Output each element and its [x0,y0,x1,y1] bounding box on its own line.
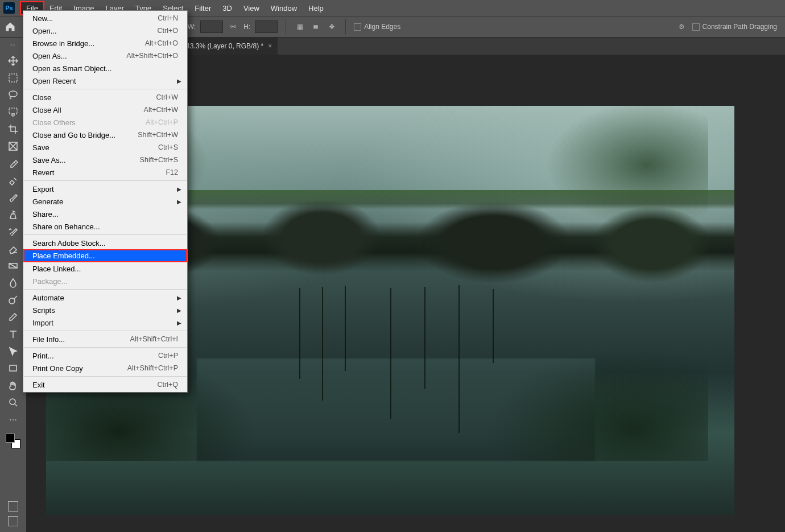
menu-filter[interactable]: Filter [189,2,217,15]
app-logo: Ps [3,2,15,14]
submenu-arrow-icon: ▶ [177,199,181,205]
submenu-arrow-icon: ▶ [177,320,181,326]
file-menu-dropdown: New...Ctrl+NOpen...Ctrl+OBrowse in Bridg… [23,10,188,393]
path-align-icon[interactable]: ≣ [310,21,321,32]
quick-select-tool[interactable] [5,104,22,121]
menu-item-revert[interactable]: RevertF12 [23,166,187,179]
menu-item-print[interactable]: Print...Ctrl+P [23,349,187,362]
menu-item-save-as[interactable]: Save As...Shift+Ctrl+S [23,154,187,166]
close-tab-icon[interactable]: × [268,42,272,50]
menu-item-search-adobe-stock[interactable]: Search Adobe Stock... [23,237,187,249]
submenu-arrow-icon: ▶ [177,307,181,314]
svg-rect-6 [10,365,16,371]
frame-tool[interactable] [5,138,22,155]
blur-tool[interactable] [5,274,22,291]
menu-item-share-on-behance[interactable]: Share on Behance... [23,220,187,233]
svg-point-7 [10,399,15,405]
menu-item-package: Package... [23,275,187,287]
menu-item-save[interactable]: SaveCtrl+S [23,141,187,154]
eraser-tool[interactable] [5,240,22,257]
zoom-tool[interactable] [5,394,22,411]
width-field[interactable] [200,20,223,33]
clone-tool[interactable] [5,206,22,223]
constrain-option[interactable]: Constrain Path Dragging [692,23,777,31]
menu-item-close-others: Close OthersAlt+Ctrl+P [23,116,187,129]
marquee-tool[interactable] [5,69,22,86]
menu-item-open-as-smart-object[interactable]: Open as Smart Object... [23,62,187,75]
menu-item-export[interactable]: Export▶ [23,183,187,195]
screen-mode-icon[interactable] [8,516,18,526]
submenu-arrow-icon: ▶ [177,78,181,84]
menu-separator [24,347,187,348]
h-label: H: [243,23,250,31]
separator [286,19,286,34]
type-tool[interactable] [5,325,22,343]
pen-tool[interactable] [5,308,22,325]
path-arrange-icon[interactable]: ❖ [326,21,337,32]
history-brush-tool[interactable] [5,223,22,240]
menu-item-close[interactable]: CloseCtrl+W [23,91,187,104]
foreground-background-swatch[interactable] [6,434,20,448]
move-tool[interactable] [5,52,22,69]
menu-item-browse-in-bridge[interactable]: Browse in Bridge...Alt+Ctrl+O [23,37,187,50]
menu-item-file-info[interactable]: File Info...Alt+Shift+Ctrl+I [23,333,187,345]
gear-icon[interactable]: ⚙ [676,21,688,32]
menu-separator [24,180,187,181]
menu-item-open[interactable]: Open...Ctrl+O [23,24,187,37]
lasso-tool[interactable] [5,86,22,104]
menu-item-place-linked[interactable]: Place Linked... [23,262,187,275]
menu-item-close-all[interactable]: Close AllAlt+Ctrl+W [23,104,187,116]
w-label: W: [188,23,196,31]
menu-item-print-one-copy[interactable]: Print One CopyAlt+Shift+Ctrl+P [23,362,187,374]
menu-item-place-embedded[interactable]: Place Embedded... [23,249,187,262]
submenu-arrow-icon: ▶ [177,186,181,192]
height-field[interactable] [255,20,278,33]
hand-tool[interactable] [5,377,22,394]
menu-item-import[interactable]: Import▶ [23,316,187,329]
link-icon[interactable]: ⚯ [228,21,239,32]
menu-separator [24,89,187,89]
edit-toolbar-button[interactable]: ⋯ [9,412,17,428]
menu-window[interactable]: Window [265,2,303,15]
menu-item-close-and-go-to-bridge[interactable]: Close and Go to Bridge...Shift+Ctrl+W [23,129,187,141]
menu-separator [24,376,187,377]
crop-tool[interactable] [5,121,22,138]
tool-panel-footer [0,499,26,532]
brush-tool[interactable] [5,189,22,206]
menu-item-scripts[interactable]: Scripts▶ [23,304,187,316]
svg-rect-0 [9,74,17,82]
path-ops-icon[interactable]: ▦ [294,21,305,32]
menu-item-open-as[interactable]: Open As...Alt+Shift+Ctrl+O [23,50,187,62]
eyedropper-tool[interactable] [5,155,22,172]
dodge-tool[interactable] [5,291,22,308]
svg-point-2 [12,114,14,116]
menu-item-exit[interactable]: ExitCtrl+Q [23,378,187,391]
menu-separator [24,234,187,235]
align-edges-option[interactable]: Align Edges [354,23,400,31]
home-icon[interactable] [5,21,16,32]
menu-item-open-recent[interactable]: Open Recent▶ [23,75,187,87]
menu-separator [24,289,187,290]
svg-rect-1 [9,108,17,114]
rectangle-tool[interactable] [5,360,22,377]
panel-handle[interactable]: ›› [10,41,16,51]
menu-item-generate[interactable]: Generate▶ [23,195,187,208]
path-select-tool[interactable] [5,343,22,360]
quick-mask-icon[interactable] [8,501,18,512]
menu-view[interactable]: View [238,2,265,15]
menu-3d[interactable]: 3D [217,2,238,15]
healing-tool[interactable] [5,172,22,189]
gradient-tool[interactable] [5,257,22,274]
separator [345,19,346,34]
menu-separator [24,331,187,331]
menu-item-new[interactable]: New...Ctrl+N [23,12,187,24]
menu-item-automate[interactable]: Automate▶ [23,291,187,304]
svg-point-5 [9,298,15,304]
menu-help[interactable]: Help [303,2,329,15]
menu-item-share[interactable]: Share... [23,208,187,220]
submenu-arrow-icon: ▶ [177,295,181,301]
